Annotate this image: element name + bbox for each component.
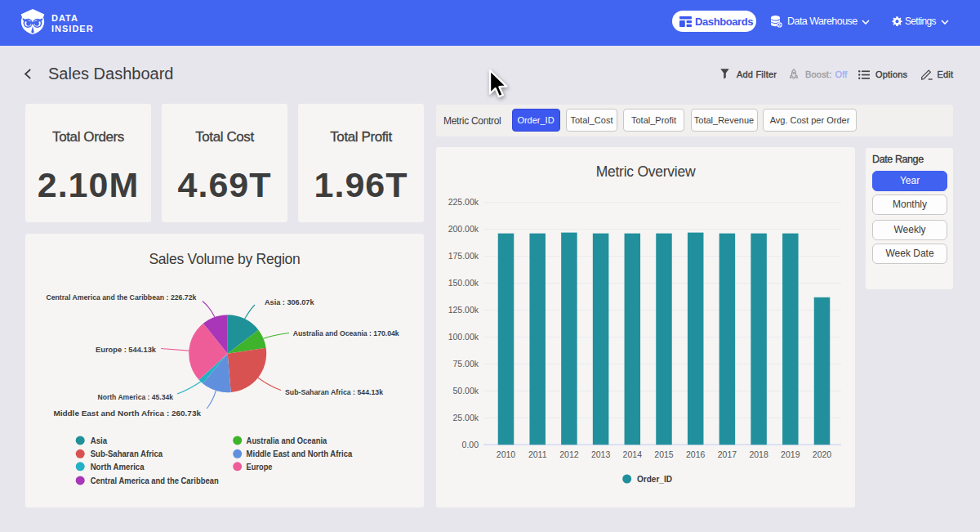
svg-text:2014: 2014 <box>623 449 643 459</box>
svg-text:25.00k: 25.00k <box>452 413 479 422</box>
svg-text:North America: North America <box>91 462 145 472</box>
svg-text:Middle East and North Africa: Middle East and North Africa <box>247 449 353 458</box>
svg-text:2017: 2017 <box>718 449 737 459</box>
svg-text:2010: 2010 <box>497 449 516 459</box>
svg-text:200.00k: 200.00k <box>448 224 479 234</box>
svg-text:50.00k: 50.00k <box>452 386 479 396</box>
svg-text:Order_ID: Order_ID <box>637 474 672 484</box>
svg-text:125.00k: 125.00k <box>448 305 479 315</box>
svg-text:2018: 2018 <box>749 449 768 459</box>
svg-text:Australia and Oceania : 170.04: Australia and Oceania : 170.04k <box>293 329 400 338</box>
svg-text:Middle East and North Africa :: Middle East and North Africa : 260.73k <box>53 409 201 418</box>
svg-text:Asia: Asia <box>91 436 108 445</box>
svg-text:Sub-Saharan Africa : 544.13k: Sub-Saharan Africa : 544.13k <box>285 387 384 396</box>
svg-text:2016: 2016 <box>686 449 706 459</box>
svg-text:Australia and Oceania: Australia and Oceania <box>247 436 327 445</box>
svg-text:100.00k: 100.00k <box>448 332 479 342</box>
svg-text:2013: 2013 <box>591 449 611 459</box>
svg-text:Central America and the Caribb: Central America and the Caribbean : 226.… <box>46 293 197 302</box>
svg-text:Europe : 544.13k: Europe : 544.13k <box>96 345 157 354</box>
svg-text:175.00k: 175.00k <box>448 251 479 261</box>
svg-text:0.00: 0.00 <box>462 440 479 449</box>
svg-text:225.00k: 225.00k <box>448 197 479 207</box>
svg-text:150.00k: 150.00k <box>448 278 479 288</box>
svg-text:75.00k: 75.00k <box>452 359 479 369</box>
svg-text:2020: 2020 <box>813 449 832 459</box>
svg-text:2015: 2015 <box>654 449 674 459</box>
svg-text:Sub-Saharan Africa: Sub-Saharan Africa <box>91 449 163 458</box>
svg-text:2019: 2019 <box>781 449 800 459</box>
svg-text:Central America and the Caribb: Central America and the Caribbean <box>91 476 219 485</box>
svg-text:2012: 2012 <box>559 449 579 459</box>
svg-text:Asia : 306.07k: Asia : 306.07k <box>265 297 314 306</box>
svg-text:North America : 45.34k: North America : 45.34k <box>98 392 174 401</box>
svg-text:2011: 2011 <box>528 449 547 459</box>
svg-text:Europe: Europe <box>247 462 273 472</box>
